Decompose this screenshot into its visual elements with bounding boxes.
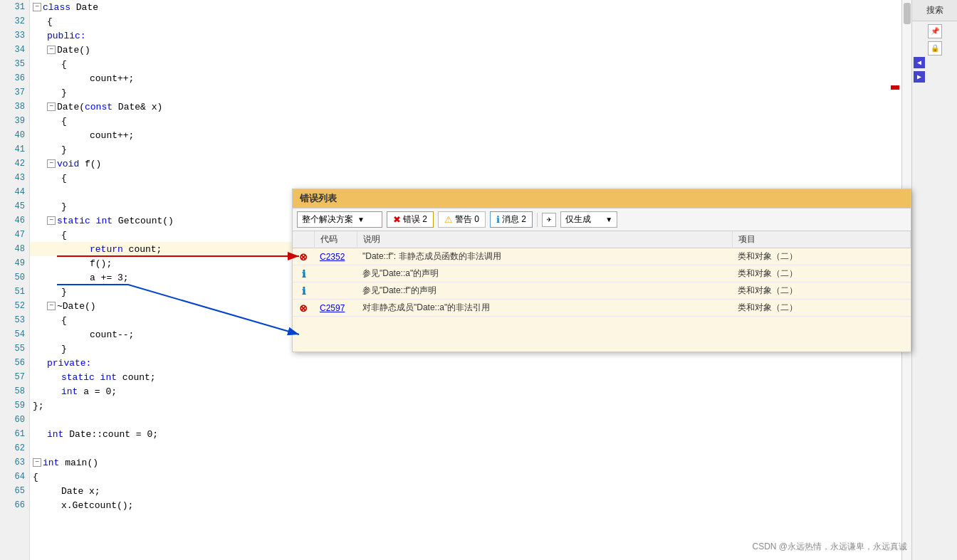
collapse-52[interactable]: −: [47, 302, 56, 310]
error-table-container[interactable]: 代码 说明 项目 ⊗ C2352 "Date::f": 非静态成员函数的非法调用…: [293, 231, 911, 342]
solution-dropdown-arrow: ▼: [357, 216, 365, 223]
line-num-65: 65: [0, 484, 29, 498]
error-circle-icon: ✖: [393, 214, 401, 225]
code-line-66: x.Getcount();: [30, 498, 911, 512]
collapse-42[interactable]: −: [47, 159, 56, 168]
brace-55: }: [61, 344, 67, 354]
error-count-label: 错误 2: [403, 213, 427, 226]
nav-arrow-left[interactable]: ◀: [914, 57, 925, 68]
code-line-38: − Date( const Date& x): [30, 100, 911, 114]
search-label: 搜索: [912, 0, 957, 21]
line-num-39: 39: [0, 114, 29, 128]
collapse-46[interactable]: −: [47, 216, 56, 225]
filter-icon-button[interactable]: ✈: [542, 213, 556, 227]
solution-dropdown[interactable]: 整个解决方案 ▼: [297, 211, 382, 228]
line-num-42: 42: [0, 157, 29, 171]
code-line-60: [30, 413, 911, 427]
line-num-56: 56: [0, 356, 29, 370]
line-num-64: 64: [0, 470, 29, 484]
pin-icon[interactable]: 📌: [928, 24, 942, 38]
line-num-34: 34: [0, 43, 29, 57]
stmt-countpp-1: count++;: [90, 73, 134, 84]
error-row-1[interactable]: ⊗ C2352 "Date::f": 非静态成员函数的非法调用 类和对象（二）: [293, 248, 911, 265]
error-row-3[interactable]: ℹ 参见"Date::f"的声明 类和对象（二）: [293, 282, 911, 300]
kw-static: static: [57, 216, 96, 226]
col-code[interactable]: 代码: [314, 231, 357, 248]
error-row-2[interactable]: ℹ 参见"Date::a"的声明 类和对象（二）: [293, 265, 911, 282]
line-num-43: 43: [0, 171, 29, 185]
param-date-x: Date& x): [118, 102, 162, 112]
col-project[interactable]: 项目: [732, 231, 910, 248]
error-panel-title: 错误列表: [293, 189, 911, 208]
col-desc[interactable]: 说明: [357, 231, 732, 248]
scrollbar-thumb[interactable]: [904, 3, 911, 24]
warning-count-label: 警告 0: [455, 213, 479, 226]
kw-int-gc: int: [96, 216, 118, 226]
code-line-59: };: [30, 398, 911, 413]
code-line-56: private:: [30, 356, 911, 370]
code-line-42: − void f(): [30, 157, 911, 171]
brace-39: {: [61, 116, 67, 127]
code-line-34: − Date(): [30, 43, 911, 57]
collapse-63[interactable]: −: [33, 458, 41, 467]
error-code-3: [314, 282, 357, 300]
code-line-62: [30, 441, 911, 455]
kw-const: const: [85, 102, 118, 112]
error-table: 代码 说明 项目 ⊗ C2352 "Date::f": 非静态成员函数的非法调用…: [293, 231, 911, 317]
code-line-65: Date x;: [30, 484, 911, 498]
kw-private: private:: [47, 358, 91, 369]
line-num-47: 47: [0, 228, 29, 242]
error-code-2: [314, 265, 357, 282]
message-count-label: 消息 2: [502, 213, 526, 226]
line-num-35: 35: [0, 57, 29, 71]
error-table-header: 代码 说明 项目: [293, 231, 911, 248]
code-line-43: {: [30, 171, 911, 185]
line-num-32: 32: [0, 14, 29, 28]
line-num-41: 41: [0, 142, 29, 157]
brace-47: {: [61, 230, 67, 241]
message-count-button[interactable]: ℹ 消息 2: [490, 211, 533, 228]
solution-label: 整个解决方案: [302, 213, 353, 226]
stmt-a-plus: a += 3;: [90, 273, 129, 283]
error-desc-1: "Date::f": 非静态成员函数的非法调用: [357, 248, 732, 265]
stmt-getcount-call: x.Getcount();: [61, 500, 133, 511]
code-line-36: count++;: [30, 71, 911, 85]
code-line-37: }: [30, 85, 911, 100]
error-icon-4: ⊗: [299, 302, 308, 314]
nav-arrow-right[interactable]: ▶: [914, 71, 925, 83]
build-only-dropdown[interactable]: 仅生成 ▼: [560, 211, 617, 228]
error-icon-cell-2: ℹ: [293, 265, 314, 282]
line-num-51: 51: [0, 285, 29, 299]
line-num-31: 31: [0, 0, 29, 14]
end-class: };: [33, 401, 44, 411]
constructor-date: Date(): [57, 45, 90, 56]
field-a: a = 0;: [83, 386, 117, 397]
stmt-count: count;: [129, 244, 162, 255]
error-desc-3: 参见"Date::f"的声明: [357, 282, 732, 300]
kw-public: public:: [47, 31, 86, 41]
line-num-61: 61: [0, 427, 29, 441]
code-line-57: static int count;: [30, 370, 911, 384]
code-line-64: {: [30, 470, 911, 484]
stmt-countpp-2: count++;: [90, 130, 134, 141]
error-count-button[interactable]: ✖ 错误 2: [387, 211, 434, 228]
collapse-31[interactable]: −: [33, 3, 41, 11]
error-row-4[interactable]: ⊗ C2597 对非静态成员"Date::a"的非法引用 类和对象（二）: [293, 300, 911, 317]
error-list-panel: 错误列表 整个解决方案 ▼ ✖ 错误 2 ⚠ 警告 0 ℹ 消息 2 ✈ 仅生成…: [292, 189, 911, 352]
constructor-copy: Date(: [57, 102, 85, 112]
lock-icon[interactable]: 🔒: [928, 41, 942, 56]
line-num-40: 40: [0, 128, 29, 142]
line-num-37: 37: [0, 85, 29, 100]
collapse-38[interactable]: −: [47, 102, 56, 111]
stmt-datecount: Date::count = 0;: [69, 429, 158, 440]
error-code-4[interactable]: C2597: [314, 300, 357, 317]
kw-class: class: [43, 2, 76, 13]
kw-int-count: int: [100, 372, 122, 383]
error-proj-3: 类和对象（二）: [732, 282, 910, 300]
line-num-60: 60: [0, 413, 29, 427]
warning-count-button[interactable]: ⚠ 警告 0: [438, 211, 486, 228]
line-numbers: 31 32 33 34 35 36 37 38 39 40 41 42 43 4…: [0, 0, 30, 560]
error-code-1[interactable]: C2352: [314, 248, 357, 265]
brace-64: {: [33, 472, 38, 482]
collapse-34[interactable]: −: [47, 46, 56, 54]
